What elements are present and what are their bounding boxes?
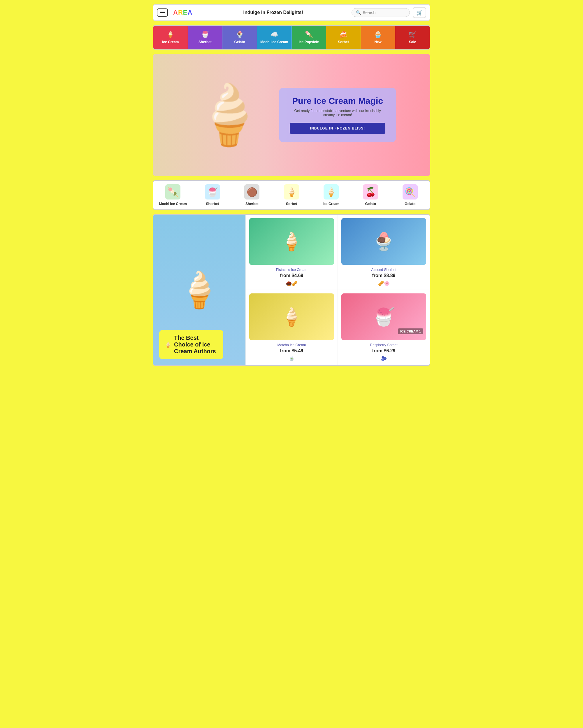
cat-item-sale[interactable]: 🛒Sale	[395, 26, 430, 49]
tile-img-mochi: 🍡	[165, 184, 181, 200]
hero-content: Pure Ice Cream Magic Get ready for a del…	[279, 88, 396, 142]
product-card-raspberry[interactable]: 🍧 ICE CREAM 1 Raspberry Sorbet from $6.2…	[338, 290, 430, 365]
cat-item-popsicle[interactable]: 🍡Ice Popsicle	[292, 26, 327, 49]
tile-label-mochi: Mochi Ice Cream	[159, 202, 187, 206]
tile-label-sherbet2: Sherbet	[206, 202, 219, 206]
product-card-pistachio[interactable]: 🍦 Pistachio Ice Cream from $4.69 🌰🥜	[245, 215, 338, 290]
product-price-almond: from $8.89	[372, 273, 395, 278]
header: AREA Indulge in Frozen Delights! 🔍 🛒	[153, 4, 430, 21]
product-image-almond: 🍨	[341, 218, 426, 265]
promo-badge-icon: 🍦	[164, 341, 172, 348]
hero-banner: 🍦 Pure Ice Cream Magic Get ready for a d…	[153, 54, 430, 176]
cat-icon-sale: 🛒	[409, 31, 417, 38]
tile-item-gelato2[interactable]: 🍒Gelato	[351, 181, 391, 209]
tile-item-sherbet3[interactable]: 🟤Sherbet	[232, 181, 272, 209]
product-price-matcha: from $5.49	[280, 348, 303, 354]
cat-icon-gelato: 🍨	[236, 31, 244, 38]
tile-label-ice-cream2: Ice Cream	[323, 202, 339, 206]
promo-badge-text: The Best Choice of Ice Cream Authors	[174, 335, 218, 355]
search-input[interactable]	[363, 10, 404, 15]
product-name-matcha: Matcha Ice Cream	[277, 343, 306, 347]
cat-item-mochi[interactable]: ☁️Mochi Ice Cream	[257, 26, 292, 49]
ice-cream-label: ICE CREAM 1	[398, 329, 423, 334]
product-image-raspberry: 🍧 ICE CREAM 1	[341, 293, 426, 340]
tiles-row: 🍡Mochi Ice Cream🍧Sherbet🟤Sherbet🍦Sorbet🍦…	[153, 180, 430, 210]
cat-icon-new: 🧁	[374, 31, 382, 38]
header-title: Indulge in Frozen Delights!	[198, 10, 349, 15]
product-section: 🍦 🍦 The Best Choice of Ice Cream Authors…	[153, 214, 430, 366]
cat-icon-sorbet: 🍰	[339, 31, 347, 38]
product-tags-almond: 🥜🌸	[378, 281, 390, 286]
logo-e: E	[183, 9, 188, 16]
cat-label-new: New	[374, 40, 382, 44]
product-image-matcha: 🍦	[249, 293, 334, 340]
cat-label-sale: Sale	[409, 40, 416, 44]
product-card-almond[interactable]: 🍨 Almond Sherbet from $8.89 🥜🌸	[338, 215, 430, 290]
product-tags-raspberry: 🫐	[381, 356, 387, 361]
tile-img-popsicle2: 🍭	[402, 184, 418, 200]
promo-badge: 🍦 The Best Choice of Ice Cream Authors	[159, 330, 223, 359]
product-name-pistachio: Pistachio Ice Cream	[276, 268, 307, 272]
cat-item-gelato[interactable]: 🍨Gelato	[222, 26, 257, 49]
search-box: 🔍	[352, 8, 410, 17]
tile-item-mochi[interactable]: 🍡Mochi Ice Cream	[153, 181, 193, 209]
logo-a: A	[173, 9, 178, 16]
cat-label-sorbet: Sorbet	[338, 40, 349, 44]
tile-item-sherbet2[interactable]: 🍧Sherbet	[193, 181, 232, 209]
hero-title: Pure Ice Cream Magic	[290, 96, 385, 106]
cat-label-ice-cream: Ice Cream	[162, 40, 179, 44]
logo: AREA	[171, 9, 195, 16]
tile-img-gelato2: 🍒	[363, 184, 378, 200]
product-card-matcha[interactable]: 🍦 Matcha Ice Cream from $5.49 🍵	[245, 290, 338, 365]
cat-item-ice-cream[interactable]: 🍦Ice Cream	[153, 26, 188, 49]
cat-item-new[interactable]: 🧁New	[361, 26, 395, 49]
tile-label-sherbet3: Sherbet	[245, 202, 258, 206]
product-price-pistachio: from $4.69	[280, 273, 303, 278]
cat-label-popsicle: Ice Popsicle	[299, 40, 319, 44]
cat-item-sherbet[interactable]: 🍧Sherbet	[188, 26, 223, 49]
search-icon: 🔍	[356, 10, 361, 15]
tile-item-sorbet2[interactable]: 🍦Sorbet	[272, 181, 312, 209]
product-image-pistachio: 🍦	[249, 218, 334, 265]
category-nav: 🍦Ice Cream🍧Sherbet🍨Gelato☁️Mochi Ice Cre…	[153, 25, 430, 50]
product-tags-pistachio: 🌰🥜	[286, 281, 298, 286]
tile-item-popsicle2[interactable]: 🍭Gelato	[390, 181, 430, 209]
tile-label-sorbet2: Sorbet	[286, 202, 297, 206]
product-price-raspberry: from $6.29	[372, 348, 395, 354]
tile-img-sherbet2: 🍧	[205, 184, 220, 200]
cat-icon-sherbet: 🍧	[201, 31, 209, 38]
tile-label-popsicle2: Gelato	[405, 202, 415, 206]
product-name-raspberry: Raspberry Sorbet	[370, 343, 397, 347]
cat-icon-ice-cream: 🍦	[166, 31, 174, 38]
product-name-almond: Almond Sherbet	[371, 268, 396, 272]
tile-img-sorbet2: 🍦	[284, 184, 299, 200]
hero-cta-button[interactable]: INDULGE IN FROZEN BLISS!	[290, 123, 385, 134]
cat-label-mochi: Mochi Ice Cream	[260, 40, 288, 44]
cat-icon-mochi: ☁️	[270, 31, 278, 38]
hero-subtitle: Get ready for a delectable adventure wit…	[290, 109, 385, 117]
logo-r: R	[178, 9, 183, 16]
cat-label-gelato: Gelato	[234, 40, 245, 44]
product-tags-matcha: 🍵	[289, 356, 295, 361]
menu-button[interactable]	[157, 8, 168, 17]
tile-img-ice-cream2: 🍦	[324, 184, 339, 200]
tile-item-ice-cream2[interactable]: 🍦Ice Cream	[311, 181, 351, 209]
cat-item-sorbet[interactable]: 🍰Sorbet	[326, 26, 361, 49]
cat-icon-popsicle: 🍡	[305, 31, 313, 38]
promo-left: 🍦 🍦 The Best Choice of Ice Cream Authors	[153, 215, 245, 365]
tile-label-gelato2: Gelato	[365, 202, 376, 206]
promo-badge-title: 🍦 The Best Choice of Ice Cream Authors	[164, 335, 218, 355]
cart-button[interactable]: 🛒	[413, 7, 426, 18]
logo-a2: A	[188, 9, 192, 16]
cone-icon: 🍦	[193, 81, 266, 149]
tile-img-sherbet3: 🟤	[244, 184, 259, 200]
cat-label-sherbet: Sherbet	[198, 40, 212, 44]
